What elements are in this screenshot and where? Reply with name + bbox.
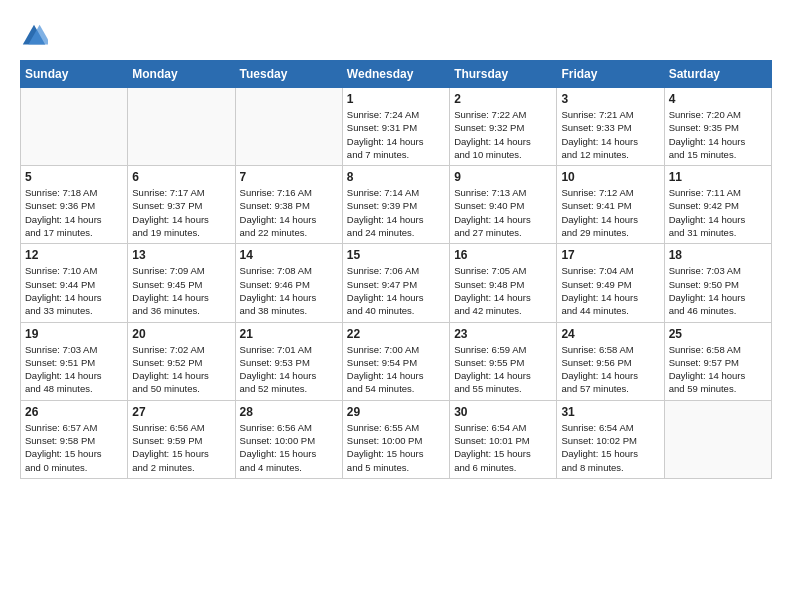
calendar-week-row: 12Sunrise: 7:10 AM Sunset: 9:44 PM Dayli…	[21, 244, 772, 322]
day-info: Sunrise: 7:12 AM Sunset: 9:41 PM Dayligh…	[561, 186, 659, 239]
weekday-header: Saturday	[664, 61, 771, 88]
calendar-cell: 5Sunrise: 7:18 AM Sunset: 9:36 PM Daylig…	[21, 166, 128, 244]
day-info: Sunrise: 7:16 AM Sunset: 9:38 PM Dayligh…	[240, 186, 338, 239]
day-number: 23	[454, 327, 552, 341]
day-info: Sunrise: 6:57 AM Sunset: 9:58 PM Dayligh…	[25, 421, 123, 474]
day-info: Sunrise: 7:05 AM Sunset: 9:48 PM Dayligh…	[454, 264, 552, 317]
calendar-cell: 7Sunrise: 7:16 AM Sunset: 9:38 PM Daylig…	[235, 166, 342, 244]
weekday-header: Sunday	[21, 61, 128, 88]
calendar-cell: 28Sunrise: 6:56 AM Sunset: 10:00 PM Dayl…	[235, 400, 342, 478]
weekday-header: Tuesday	[235, 61, 342, 88]
calendar-cell: 11Sunrise: 7:11 AM Sunset: 9:42 PM Dayli…	[664, 166, 771, 244]
day-info: Sunrise: 7:14 AM Sunset: 9:39 PM Dayligh…	[347, 186, 445, 239]
calendar-cell	[235, 88, 342, 166]
calendar-week-row: 19Sunrise: 7:03 AM Sunset: 9:51 PM Dayli…	[21, 322, 772, 400]
calendar-cell: 24Sunrise: 6:58 AM Sunset: 9:56 PM Dayli…	[557, 322, 664, 400]
day-number: 12	[25, 248, 123, 262]
calendar-cell: 9Sunrise: 7:13 AM Sunset: 9:40 PM Daylig…	[450, 166, 557, 244]
day-info: Sunrise: 7:21 AM Sunset: 9:33 PM Dayligh…	[561, 108, 659, 161]
calendar-cell	[664, 400, 771, 478]
day-number: 9	[454, 170, 552, 184]
day-number: 7	[240, 170, 338, 184]
day-info: Sunrise: 7:02 AM Sunset: 9:52 PM Dayligh…	[132, 343, 230, 396]
day-info: Sunrise: 7:01 AM Sunset: 9:53 PM Dayligh…	[240, 343, 338, 396]
day-number: 16	[454, 248, 552, 262]
day-info: Sunrise: 7:18 AM Sunset: 9:36 PM Dayligh…	[25, 186, 123, 239]
calendar-week-row: 26Sunrise: 6:57 AM Sunset: 9:58 PM Dayli…	[21, 400, 772, 478]
day-info: Sunrise: 7:24 AM Sunset: 9:31 PM Dayligh…	[347, 108, 445, 161]
calendar-cell: 22Sunrise: 7:00 AM Sunset: 9:54 PM Dayli…	[342, 322, 449, 400]
calendar-cell: 12Sunrise: 7:10 AM Sunset: 9:44 PM Dayli…	[21, 244, 128, 322]
day-number: 31	[561, 405, 659, 419]
calendar-cell: 26Sunrise: 6:57 AM Sunset: 9:58 PM Dayli…	[21, 400, 128, 478]
day-info: Sunrise: 7:11 AM Sunset: 9:42 PM Dayligh…	[669, 186, 767, 239]
day-number: 10	[561, 170, 659, 184]
calendar-cell: 25Sunrise: 6:58 AM Sunset: 9:57 PM Dayli…	[664, 322, 771, 400]
calendar-cell: 15Sunrise: 7:06 AM Sunset: 9:47 PM Dayli…	[342, 244, 449, 322]
day-number: 28	[240, 405, 338, 419]
day-number: 29	[347, 405, 445, 419]
day-info: Sunrise: 7:22 AM Sunset: 9:32 PM Dayligh…	[454, 108, 552, 161]
day-number: 17	[561, 248, 659, 262]
calendar-cell: 1Sunrise: 7:24 AM Sunset: 9:31 PM Daylig…	[342, 88, 449, 166]
day-number: 13	[132, 248, 230, 262]
calendar-cell: 2Sunrise: 7:22 AM Sunset: 9:32 PM Daylig…	[450, 88, 557, 166]
calendar-cell: 10Sunrise: 7:12 AM Sunset: 9:41 PM Dayli…	[557, 166, 664, 244]
day-info: Sunrise: 6:56 AM Sunset: 10:00 PM Daylig…	[240, 421, 338, 474]
day-info: Sunrise: 6:55 AM Sunset: 10:00 PM Daylig…	[347, 421, 445, 474]
calendar-cell: 21Sunrise: 7:01 AM Sunset: 9:53 PM Dayli…	[235, 322, 342, 400]
day-number: 21	[240, 327, 338, 341]
day-number: 5	[25, 170, 123, 184]
day-info: Sunrise: 7:10 AM Sunset: 9:44 PM Dayligh…	[25, 264, 123, 317]
calendar-cell: 17Sunrise: 7:04 AM Sunset: 9:49 PM Dayli…	[557, 244, 664, 322]
day-info: Sunrise: 7:03 AM Sunset: 9:51 PM Dayligh…	[25, 343, 123, 396]
day-number: 27	[132, 405, 230, 419]
calendar: SundayMondayTuesdayWednesdayThursdayFrid…	[20, 60, 772, 479]
day-info: Sunrise: 7:08 AM Sunset: 9:46 PM Dayligh…	[240, 264, 338, 317]
day-number: 11	[669, 170, 767, 184]
calendar-cell	[21, 88, 128, 166]
day-info: Sunrise: 7:17 AM Sunset: 9:37 PM Dayligh…	[132, 186, 230, 239]
calendar-cell: 6Sunrise: 7:17 AM Sunset: 9:37 PM Daylig…	[128, 166, 235, 244]
calendar-cell: 4Sunrise: 7:20 AM Sunset: 9:35 PM Daylig…	[664, 88, 771, 166]
day-info: Sunrise: 7:03 AM Sunset: 9:50 PM Dayligh…	[669, 264, 767, 317]
day-number: 15	[347, 248, 445, 262]
day-info: Sunrise: 6:59 AM Sunset: 9:55 PM Dayligh…	[454, 343, 552, 396]
weekday-header: Monday	[128, 61, 235, 88]
page-header	[20, 20, 772, 50]
calendar-cell: 31Sunrise: 6:54 AM Sunset: 10:02 PM Dayl…	[557, 400, 664, 478]
calendar-cell: 16Sunrise: 7:05 AM Sunset: 9:48 PM Dayli…	[450, 244, 557, 322]
day-info: Sunrise: 7:20 AM Sunset: 9:35 PM Dayligh…	[669, 108, 767, 161]
logo	[20, 20, 52, 50]
calendar-cell: 29Sunrise: 6:55 AM Sunset: 10:00 PM Dayl…	[342, 400, 449, 478]
day-number: 1	[347, 92, 445, 106]
calendar-cell: 3Sunrise: 7:21 AM Sunset: 9:33 PM Daylig…	[557, 88, 664, 166]
calendar-cell: 14Sunrise: 7:08 AM Sunset: 9:46 PM Dayli…	[235, 244, 342, 322]
day-info: Sunrise: 6:58 AM Sunset: 9:56 PM Dayligh…	[561, 343, 659, 396]
calendar-cell: 8Sunrise: 7:14 AM Sunset: 9:39 PM Daylig…	[342, 166, 449, 244]
day-number: 14	[240, 248, 338, 262]
day-number: 24	[561, 327, 659, 341]
day-number: 20	[132, 327, 230, 341]
calendar-cell: 19Sunrise: 7:03 AM Sunset: 9:51 PM Dayli…	[21, 322, 128, 400]
day-info: Sunrise: 6:54 AM Sunset: 10:01 PM Daylig…	[454, 421, 552, 474]
day-info: Sunrise: 7:09 AM Sunset: 9:45 PM Dayligh…	[132, 264, 230, 317]
day-info: Sunrise: 7:13 AM Sunset: 9:40 PM Dayligh…	[454, 186, 552, 239]
weekday-header: Wednesday	[342, 61, 449, 88]
logo-icon	[20, 22, 48, 50]
day-number: 3	[561, 92, 659, 106]
day-number: 26	[25, 405, 123, 419]
day-number: 8	[347, 170, 445, 184]
day-number: 19	[25, 327, 123, 341]
weekday-header: Friday	[557, 61, 664, 88]
day-info: Sunrise: 7:04 AM Sunset: 9:49 PM Dayligh…	[561, 264, 659, 317]
day-number: 6	[132, 170, 230, 184]
calendar-cell: 27Sunrise: 6:56 AM Sunset: 9:59 PM Dayli…	[128, 400, 235, 478]
day-number: 22	[347, 327, 445, 341]
calendar-cell: 20Sunrise: 7:02 AM Sunset: 9:52 PM Dayli…	[128, 322, 235, 400]
calendar-week-row: 1Sunrise: 7:24 AM Sunset: 9:31 PM Daylig…	[21, 88, 772, 166]
calendar-cell	[128, 88, 235, 166]
day-info: Sunrise: 6:56 AM Sunset: 9:59 PM Dayligh…	[132, 421, 230, 474]
day-info: Sunrise: 6:58 AM Sunset: 9:57 PM Dayligh…	[669, 343, 767, 396]
calendar-cell: 23Sunrise: 6:59 AM Sunset: 9:55 PM Dayli…	[450, 322, 557, 400]
